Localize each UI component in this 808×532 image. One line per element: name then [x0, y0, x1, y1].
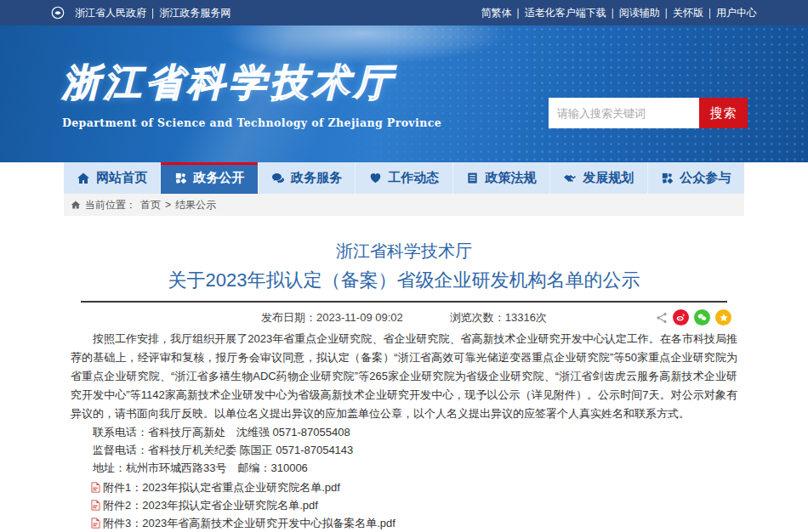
supervision-phone: 监督电话：省科技厅机关纪委 陈国正 0571-87054143 — [71, 441, 737, 459]
separator: | — [708, 7, 711, 19]
zhejiang-gov-emblem-icon — [51, 6, 65, 20]
contact-info: 联系电话：省科技厅高新处 沈维强 0571-87055408 监督电话：省科技厅… — [64, 423, 744, 477]
breadcrumb: 当前位置： 首页 > 结果公示 — [64, 194, 744, 216]
nav-item-public-participation[interactable]: 公众参与 — [648, 162, 744, 194]
nav-item-development-planning[interactable]: 发展规划 — [550, 162, 647, 194]
main-nav: 网站首页 政务公开 政务服务 工作动态 政策法规 发展规划 公众参与 — [64, 162, 744, 194]
nav-item-label: 政务服务 — [291, 170, 342, 186]
separator: | — [517, 7, 520, 19]
qzone-share-icon[interactable] — [715, 309, 731, 325]
handshake-icon — [563, 172, 577, 185]
attachment-link-3[interactable]: 附件3：2023年省高新技术企业研究开发中心拟备案名单.pdf — [71, 514, 737, 532]
title-divider — [81, 301, 727, 303]
site-banner: 浙江省科学技术厅 Department of Science and Techn… — [0, 25, 808, 162]
publish-date-value: 2023-11-09 09:02 — [316, 311, 403, 324]
site-search: 搜索 — [549, 98, 748, 128]
topbar-quick-links: 简繁体 | 适老化客户端下载 | 阅读辅助 | 关怀版 | 用户中心 — [481, 6, 758, 20]
nav-item-label: 政策法规 — [485, 170, 536, 186]
nav-item-gov-services[interactable]: 政务服务 — [259, 162, 356, 194]
view-count-label: 浏览次数： — [450, 311, 505, 324]
publish-date-label: 发布日期： — [261, 311, 316, 324]
link-elderly-client-download[interactable]: 适老化客户端下载 — [525, 6, 606, 20]
site-name-english: Department of Science and Technology of … — [62, 116, 441, 129]
share-icon[interactable] — [656, 312, 668, 324]
separator: | — [665, 7, 668, 19]
link-reading-assist[interactable]: 阅读辅助 — [619, 6, 660, 20]
pdf-file-icon — [91, 500, 100, 511]
pdf-file-icon — [91, 518, 100, 529]
nav-item-label: 工作动态 — [388, 170, 439, 186]
nav-item-label: 发展规划 — [583, 170, 634, 186]
seal-icon — [661, 172, 674, 184]
attachment-link-2[interactable]: 附件2：2023年拟认定省企业研究院名单.pdf — [71, 496, 737, 514]
topbar-brand-group: 浙江省人民政府 | 浙江政务服务网 — [51, 6, 230, 20]
attachment-text: 附件3：2023年省高新技术企业研究开发中心拟备案名单.pdf — [103, 514, 395, 532]
home-icon — [77, 172, 90, 185]
breadcrumb-prefix: 当前位置： — [85, 198, 136, 212]
seal-icon — [174, 172, 187, 184]
separator: | — [151, 7, 154, 19]
nav-item-gov-disclosure[interactable]: 政务公开 — [161, 162, 258, 194]
view-count: 浏览次数：13316次 — [450, 310, 547, 325]
weibo-share-icon[interactable] — [673, 309, 689, 325]
home-small-icon — [71, 200, 81, 210]
nav-item-home[interactable]: 网站首页 — [64, 162, 161, 194]
link-simplified-traditional[interactable]: 简繁体 — [481, 6, 512, 20]
attachment-text: 附件2：2023年拟认定省企业研究院名单.pdf — [103, 496, 318, 514]
view-count-value: 13316次 — [505, 311, 547, 324]
publish-date: 发布日期：2023-11-09 09:02 — [261, 310, 403, 325]
attachment-list: 附件1：2023年拟认定省重点企业研究院名单.pdf 附件2：2023年拟认定省… — [64, 478, 744, 532]
nav-item-label: 网站首页 — [96, 170, 147, 186]
search-input[interactable] — [549, 98, 699, 128]
breadcrumb-arrow: > — [165, 199, 171, 211]
link-care-version[interactable]: 关怀版 — [673, 6, 703, 20]
top-utility-bar: 浙江省人民政府 | 浙江政务服务网 简繁体 | 适老化客户端下载 | 阅读辅助 … — [0, 0, 808, 25]
article-title-main: 关于2023年拟认定（备案）省级企业研发机构名单的公示 — [64, 269, 744, 292]
breadcrumb-current: 结果公示 — [175, 198, 216, 212]
nav-item-label: 公众参与 — [680, 170, 731, 186]
article-meta-row: 发布日期：2023-11-09 09:02 浏览次数：13316次 — [64, 308, 744, 328]
link-gov-service-site[interactable]: 浙江政务服务网 — [159, 6, 230, 20]
address-line: 地址：杭州市环城西路33号 邮编：310006 — [71, 459, 737, 477]
nav-item-policies[interactable]: 政策法规 — [453, 162, 550, 194]
breadcrumb-home-link[interactable]: 首页 — [140, 198, 161, 212]
heart-icon — [369, 172, 382, 184]
nav-item-label: 政务公开 — [193, 170, 244, 186]
link-provincial-government[interactable]: 浙江省人民政府 — [75, 6, 146, 20]
attachment-link-1[interactable]: 附件1：2023年拟认定省重点企业研究院名单.pdf — [71, 478, 737, 496]
separator: | — [612, 7, 614, 19]
article-card: 浙江省科学技术厅 关于2023年拟认定（备案）省级企业研发机构名单的公示 发布日… — [64, 240, 744, 532]
link-user-center[interactable]: 用户中心 — [716, 6, 757, 20]
site-logo[interactable]: 浙江省科学技术厅 Department of Science and Techn… — [62, 58, 441, 129]
contact-phone: 联系电话：省科技厅高新处 沈维强 0571-87055408 — [71, 423, 737, 441]
chat-icon — [271, 172, 285, 185]
attachment-text: 附件1：2023年拟认定省重点企业研究院名单.pdf — [103, 478, 340, 496]
share-bar — [656, 309, 731, 325]
doc-icon — [466, 172, 479, 184]
search-button[interactable]: 搜索 — [699, 98, 748, 128]
article-title-agency: 浙江省科学技术厅 — [64, 240, 744, 262]
wechat-share-icon[interactable] — [694, 309, 710, 325]
nav-item-work-news[interactable]: 工作动态 — [356, 162, 452, 194]
site-name-calligraphy: 浙江省科学技术厅 — [62, 58, 441, 108]
pdf-file-icon — [91, 482, 100, 493]
article-body-paragraph: 按照工作安排，我厅组织开展了2023年省重点企业研究院、省企业研究院、省高新技术… — [64, 330, 744, 423]
